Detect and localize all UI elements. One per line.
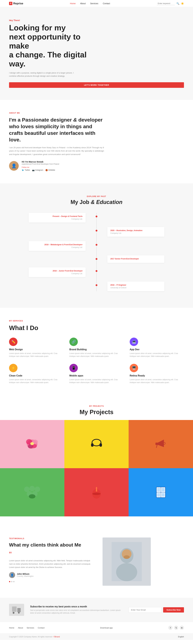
footer-nav-contact[interactable]: Contact: [38, 627, 45, 629]
brand-icon-wrap: 🔗: [69, 338, 78, 346]
service-desc: Lorem ipsum dolor sit amet, consectetur …: [69, 378, 124, 384]
footer-facebook-icon[interactable]: f: [168, 626, 172, 630]
search-icon[interactable]: 🔍: [176, 2, 179, 5]
dot-3[interactable]: [13, 581, 15, 582]
instagram-link[interactable]: 📷 Instagram: [32, 169, 43, 171]
svg-rect-12: [155, 442, 158, 445]
timeline-dot: [96, 284, 97, 286]
webdesign-icon-wrap: ✏️: [9, 338, 18, 346]
timeline-dot: [96, 244, 97, 246]
footer-nav-services[interactable]: Services: [27, 627, 34, 629]
testimonials-section: Testimonials What my clients think about…: [0, 526, 193, 598]
newsletter-text: Subscribe to receive my best posts once …: [30, 605, 122, 614]
about-section-label: About Me: [9, 112, 184, 114]
timeline-section: Explore My Past My Job & Education Prese…: [0, 183, 193, 308]
nav-links: Home About Services Contact: [70, 2, 110, 5]
testimonial-quote: Lorem ipsum dolor sit amet consectetur a…: [9, 559, 93, 569]
copyright-text: Copyright © 2025 Company Name. All right…: [9, 636, 60, 638]
timeline-company: Company Ltd.: [32, 218, 83, 220]
project-item-window[interactable]: [129, 468, 193, 516]
subscribe-button[interactable]: Subscribe Now: [163, 607, 184, 612]
timeline-year: 2017 Senior Front-End Developer: [110, 258, 161, 260]
nav-services[interactable]: Services: [90, 2, 98, 5]
svg-rect-30: [162, 493, 165, 497]
mobile-icon: 📱: [72, 366, 76, 370]
hero-section: Hey There! Looking for my next opportuni…: [0, 7, 193, 100]
retina-icon: 🖥️: [132, 366, 136, 370]
footer-nav-home[interactable]: Home: [9, 627, 14, 629]
timeline-year: 2020 – Illustration, Design, Animation: [110, 230, 161, 232]
hero-greeting: Hey There!: [9, 19, 184, 22]
service-card-brand: 🔗 Brand Building Lorem ipsum dolor sit a…: [69, 338, 124, 358]
retina-icon-wrap: 🖥️: [130, 364, 138, 372]
footer-twitter-icon[interactable]: 𝕏: [174, 626, 178, 630]
service-name: Brand Building: [69, 348, 124, 351]
hero-title: Looking for my next opportunity to make …: [9, 23, 97, 68]
service-name: Clean Code: [9, 374, 63, 377]
project-item-headphones[interactable]: [64, 420, 129, 468]
follow-label: Follow me: [22, 166, 59, 168]
logo-text: Reprise: [13, 2, 23, 5]
logo[interactable]: R Reprise: [9, 2, 23, 5]
dot-1[interactable]: [9, 581, 10, 582]
newsletter-title: Subscribe to receive my best posts once …: [30, 605, 122, 608]
service-desc: Lorem ipsum dolor sit amet, consectetur …: [69, 352, 124, 358]
nav-contact[interactable]: Contact: [103, 2, 110, 5]
project-item-smoothie[interactable]: [64, 468, 129, 516]
service-card-webdesign: ✏️ Web Design Lorem ipsum dolor sit amet…: [9, 338, 63, 358]
svg-point-23: [92, 492, 101, 495]
projects-grid: [0, 420, 193, 516]
social-links: 🐦 Twitter 📷 Instagram 🏀 Dribbble: [22, 169, 59, 171]
timeline-section-label: Explore My Past: [9, 196, 184, 198]
author-details: John Wilson Country, Washington: [17, 573, 34, 577]
brand-link[interactable]: ©Brand: [54, 636, 60, 638]
project-item-fruits[interactable]: [0, 468, 64, 516]
profile-info: Hi! I'm Marcus Nowak experienced Front-E…: [22, 160, 59, 171]
service-card-retina: 🖥️ Retina Ready Lorem ipsum dolor sit am…: [130, 364, 184, 384]
services-grid: ✏️ Web Design Lorem ipsum dolor sit amet…: [9, 338, 184, 384]
service-card-mobile: 📱 Mobile apps Lorem ipsum dolor sit amet…: [69, 364, 124, 384]
svg-point-40: [18, 612, 20, 614]
service-desc: Lorem ipsum dolor sit amet, consectetur …: [130, 352, 184, 358]
cleancode-icon: ⚡: [11, 366, 15, 370]
language-selector[interactable]: English: [178, 636, 184, 638]
projects-section-label: My Projects: [9, 405, 184, 407]
profile-role: experienced Front-End Developer from Pol…: [22, 163, 59, 165]
timeline-year: Present – Design & Frontend Tech•: [32, 215, 83, 218]
testimonials-left: Testimonials What my clients think about…: [9, 538, 93, 582]
timeline-content: 2016 – IT Engineer University of Oxford: [107, 282, 164, 291]
project-item-flowers[interactable]: [0, 420, 64, 468]
brand-icon: 🔗: [72, 340, 76, 344]
dot-2[interactable]: [11, 581, 12, 582]
timeline-company: University of Oxford: [110, 287, 161, 289]
about-description: I am 29 years old front-end developer fr…: [9, 146, 106, 156]
hero-cta-button[interactable]: Let's Work Together: [9, 82, 184, 88]
testimonials-right: [103, 538, 151, 586]
theme-toggle-icon[interactable]: ☀️: [181, 2, 184, 5]
footer-nav: Home About Services Contact Download app…: [0, 622, 193, 634]
timeline-year: 2016 – Junior Front-End Developer: [32, 270, 83, 272]
search-input[interactable]: [157, 2, 175, 5]
newsletter-section: Subscribe to receive my best posts once …: [0, 598, 193, 622]
testimonial-dots: [9, 581, 93, 582]
dribbble-link[interactable]: 🏀 Dribbble: [45, 169, 55, 171]
twitter-link[interactable]: 🐦 Twitter: [22, 169, 30, 171]
services-section: My Services What I Do ✏️ Web Design Lore…: [0, 308, 193, 396]
newsletter-email-input[interactable]: [128, 607, 162, 613]
footer-nav-about[interactable]: About: [18, 627, 23, 629]
projects-header: My Projects My Projects: [0, 405, 193, 416]
timeline-company: Company Ltd.: [110, 232, 161, 234]
nav-home[interactable]: Home: [70, 2, 76, 5]
footer-download-app[interactable]: Download app: [100, 627, 113, 629]
service-name: Web Design: [9, 348, 63, 351]
nav-about[interactable]: About: [80, 2, 86, 5]
project-item-megaphone[interactable]: [129, 420, 193, 468]
svg-point-39: [13, 612, 15, 614]
timeline-item: 2020 – Illustration, Design, Animation C…: [29, 227, 164, 237]
service-name: Mobile apps: [69, 374, 124, 377]
footer-linkedin-icon[interactable]: in: [180, 626, 184, 630]
svg-rect-22: [96, 487, 97, 492]
timeline-content: 2016 – Junior Front-End Developer Compan…: [29, 268, 86, 277]
timeline-company: Company Ltd.: [32, 272, 83, 274]
projects-title: My Projects: [9, 409, 184, 416]
